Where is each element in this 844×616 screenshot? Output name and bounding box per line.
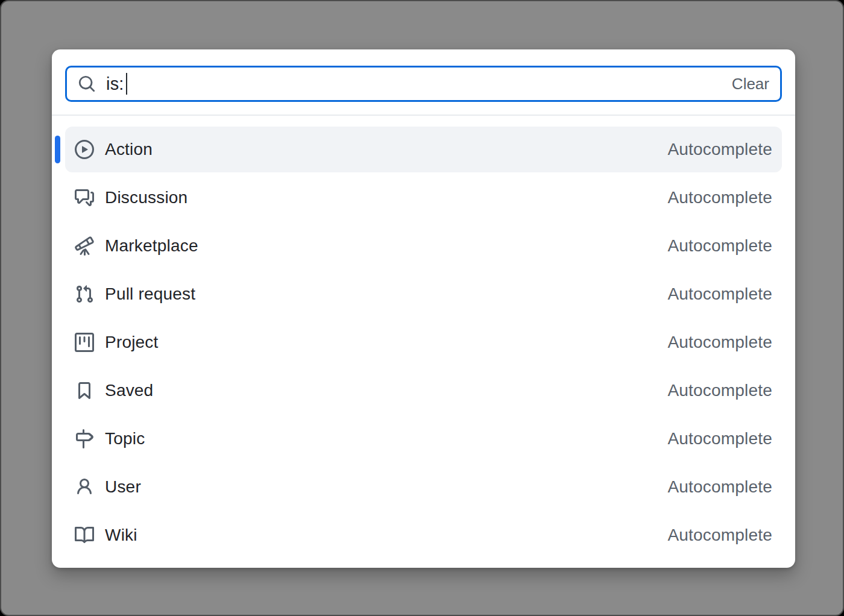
text-cursor (126, 73, 127, 95)
git-pull-request-icon (75, 284, 94, 304)
autocomplete-hint: Autocomplete (667, 429, 772, 448)
list-item-label: Saved (105, 381, 153, 400)
list-item-action[interactable]: Action Autocomplete (65, 127, 782, 172)
search-input[interactable]: is: Clear (65, 66, 782, 102)
book-icon (75, 526, 94, 545)
search-icon (78, 75, 96, 93)
divider (52, 115, 795, 116)
search-query-text: is: (106, 75, 124, 93)
list-item-label: Pull request (105, 284, 195, 304)
list-item-label: Discussion (105, 188, 187, 207)
list-item-saved[interactable]: Saved Autocomplete (65, 368, 782, 413)
play-icon (75, 140, 94, 159)
telescope-icon (75, 236, 94, 256)
list-item-label: Action (105, 140, 153, 159)
list-item-label: Marketplace (105, 236, 198, 256)
comment-discussion-icon (75, 188, 94, 207)
list-item-wiki[interactable]: Wiki Autocomplete (65, 512, 782, 558)
person-icon (75, 477, 94, 497)
milepost-icon (75, 429, 94, 448)
results-list: Action Autocomplete Discussion Autocompl… (65, 127, 782, 558)
autocomplete-hint: Autocomplete (667, 140, 772, 159)
autocomplete-hint: Autocomplete (667, 236, 772, 256)
list-item-marketplace[interactable]: Marketplace Autocomplete (65, 223, 782, 269)
list-item-discussion[interactable]: Discussion Autocomplete (65, 175, 782, 221)
search-dialog: is: Clear Action Autocomplete Discussion… (52, 49, 795, 568)
bookmark-icon (75, 381, 94, 400)
autocomplete-hint: Autocomplete (667, 333, 772, 352)
app-window-backdrop: is: Clear Action Autocomplete Discussion… (0, 0, 844, 616)
list-item-pull-request[interactable]: Pull request Autocomplete (65, 271, 782, 317)
list-item-label: Wiki (105, 526, 137, 545)
autocomplete-hint: Autocomplete (667, 188, 772, 207)
list-item-user[interactable]: User Autocomplete (65, 464, 782, 510)
autocomplete-hint: Autocomplete (667, 526, 772, 545)
list-item-topic[interactable]: Topic Autocomplete (65, 416, 782, 462)
autocomplete-hint: Autocomplete (667, 477, 772, 497)
autocomplete-hint: Autocomplete (667, 284, 772, 304)
list-item-project[interactable]: Project Autocomplete (65, 319, 782, 365)
project-icon (75, 333, 94, 352)
list-item-label: Project (105, 333, 159, 352)
autocomplete-hint: Autocomplete (667, 381, 772, 400)
list-item-label: User (105, 477, 141, 497)
active-indicator (55, 136, 60, 163)
list-item-label: Topic (105, 429, 145, 448)
clear-button[interactable]: Clear (732, 76, 769, 92)
